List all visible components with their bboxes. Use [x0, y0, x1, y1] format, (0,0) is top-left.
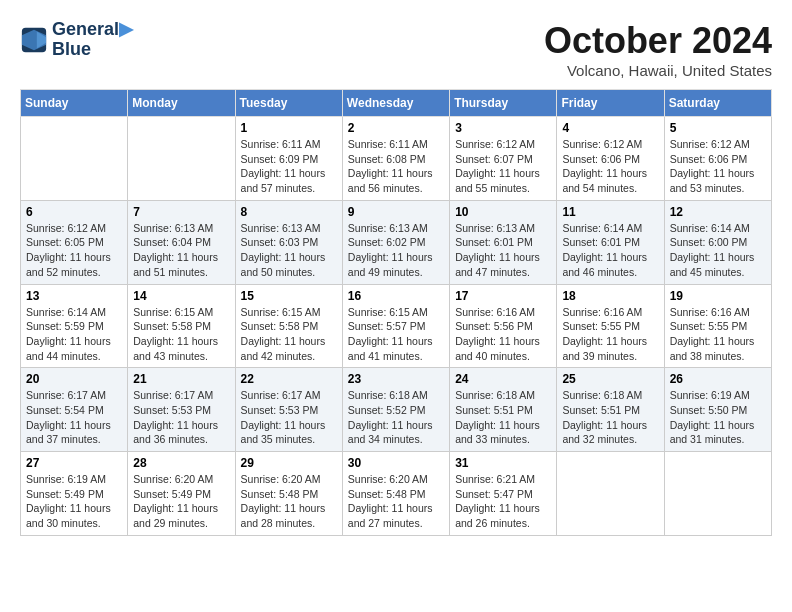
- day-number: 11: [562, 205, 658, 219]
- logo: General▶ Blue: [20, 20, 133, 60]
- day-info: Sunrise: 6:11 AMSunset: 6:08 PMDaylight:…: [348, 137, 444, 196]
- calendar-cell: 1Sunrise: 6:11 AMSunset: 6:09 PMDaylight…: [235, 117, 342, 201]
- day-number: 9: [348, 205, 444, 219]
- day-number: 24: [455, 372, 551, 386]
- day-info: Sunrise: 6:21 AMSunset: 5:47 PMDaylight:…: [455, 472, 551, 531]
- day-number: 18: [562, 289, 658, 303]
- day-info: Sunrise: 6:12 AMSunset: 6:06 PMDaylight:…: [562, 137, 658, 196]
- day-info: Sunrise: 6:17 AMSunset: 5:53 PMDaylight:…: [133, 388, 229, 447]
- day-info: Sunrise: 6:12 AMSunset: 6:06 PMDaylight:…: [670, 137, 766, 196]
- calendar-cell: 23Sunrise: 6:18 AMSunset: 5:52 PMDayligh…: [342, 368, 449, 452]
- day-info: Sunrise: 6:17 AMSunset: 5:53 PMDaylight:…: [241, 388, 337, 447]
- title-block: October 2024 Volcano, Hawaii, United Sta…: [544, 20, 772, 79]
- calendar-cell: [557, 452, 664, 536]
- day-info: Sunrise: 6:19 AMSunset: 5:50 PMDaylight:…: [670, 388, 766, 447]
- calendar-cell: [128, 117, 235, 201]
- page-header: General▶ Blue October 2024 Volcano, Hawa…: [20, 20, 772, 79]
- calendar-header-row: SundayMondayTuesdayWednesdayThursdayFrid…: [21, 90, 772, 117]
- day-info: Sunrise: 6:15 AMSunset: 5:57 PMDaylight:…: [348, 305, 444, 364]
- calendar-cell: 14Sunrise: 6:15 AMSunset: 5:58 PMDayligh…: [128, 284, 235, 368]
- calendar-week-row: 20Sunrise: 6:17 AMSunset: 5:54 PMDayligh…: [21, 368, 772, 452]
- location: Volcano, Hawaii, United States: [544, 62, 772, 79]
- day-number: 22: [241, 372, 337, 386]
- day-number: 7: [133, 205, 229, 219]
- weekday-header: Sunday: [21, 90, 128, 117]
- day-number: 8: [241, 205, 337, 219]
- day-info: Sunrise: 6:18 AMSunset: 5:51 PMDaylight:…: [562, 388, 658, 447]
- calendar-cell: [21, 117, 128, 201]
- weekday-header: Monday: [128, 90, 235, 117]
- day-info: Sunrise: 6:12 AMSunset: 6:05 PMDaylight:…: [26, 221, 122, 280]
- calendar-cell: 15Sunrise: 6:15 AMSunset: 5:58 PMDayligh…: [235, 284, 342, 368]
- weekday-header: Friday: [557, 90, 664, 117]
- calendar-week-row: 6Sunrise: 6:12 AMSunset: 6:05 PMDaylight…: [21, 200, 772, 284]
- day-info: Sunrise: 6:16 AMSunset: 5:56 PMDaylight:…: [455, 305, 551, 364]
- day-info: Sunrise: 6:13 AMSunset: 6:03 PMDaylight:…: [241, 221, 337, 280]
- calendar-cell: 31Sunrise: 6:21 AMSunset: 5:47 PMDayligh…: [450, 452, 557, 536]
- day-info: Sunrise: 6:16 AMSunset: 5:55 PMDaylight:…: [670, 305, 766, 364]
- calendar-week-row: 27Sunrise: 6:19 AMSunset: 5:49 PMDayligh…: [21, 452, 772, 536]
- calendar-week-row: 13Sunrise: 6:14 AMSunset: 5:59 PMDayligh…: [21, 284, 772, 368]
- calendar-cell: 28Sunrise: 6:20 AMSunset: 5:49 PMDayligh…: [128, 452, 235, 536]
- calendar-table: SundayMondayTuesdayWednesdayThursdayFrid…: [20, 89, 772, 536]
- day-info: Sunrise: 6:19 AMSunset: 5:49 PMDaylight:…: [26, 472, 122, 531]
- day-number: 17: [455, 289, 551, 303]
- weekday-header: Thursday: [450, 90, 557, 117]
- calendar-cell: 12Sunrise: 6:14 AMSunset: 6:00 PMDayligh…: [664, 200, 771, 284]
- day-number: 1: [241, 121, 337, 135]
- day-number: 6: [26, 205, 122, 219]
- day-number: 29: [241, 456, 337, 470]
- weekday-header: Tuesday: [235, 90, 342, 117]
- calendar-cell: 2Sunrise: 6:11 AMSunset: 6:08 PMDaylight…: [342, 117, 449, 201]
- day-number: 15: [241, 289, 337, 303]
- day-info: Sunrise: 6:17 AMSunset: 5:54 PMDaylight:…: [26, 388, 122, 447]
- calendar-cell: 7Sunrise: 6:13 AMSunset: 6:04 PMDaylight…: [128, 200, 235, 284]
- calendar-cell: 21Sunrise: 6:17 AMSunset: 5:53 PMDayligh…: [128, 368, 235, 452]
- calendar-cell: 25Sunrise: 6:18 AMSunset: 5:51 PMDayligh…: [557, 368, 664, 452]
- logo-text: General▶ Blue: [52, 20, 133, 60]
- calendar-cell: 24Sunrise: 6:18 AMSunset: 5:51 PMDayligh…: [450, 368, 557, 452]
- day-number: 13: [26, 289, 122, 303]
- calendar-cell: 6Sunrise: 6:12 AMSunset: 6:05 PMDaylight…: [21, 200, 128, 284]
- weekday-header: Wednesday: [342, 90, 449, 117]
- calendar-cell: 19Sunrise: 6:16 AMSunset: 5:55 PMDayligh…: [664, 284, 771, 368]
- day-number: 3: [455, 121, 551, 135]
- day-number: 10: [455, 205, 551, 219]
- calendar-cell: [664, 452, 771, 536]
- calendar-cell: 16Sunrise: 6:15 AMSunset: 5:57 PMDayligh…: [342, 284, 449, 368]
- day-number: 5: [670, 121, 766, 135]
- day-info: Sunrise: 6:20 AMSunset: 5:48 PMDaylight:…: [348, 472, 444, 531]
- day-number: 14: [133, 289, 229, 303]
- logo-icon: [20, 26, 48, 54]
- calendar-cell: 18Sunrise: 6:16 AMSunset: 5:55 PMDayligh…: [557, 284, 664, 368]
- calendar-cell: 11Sunrise: 6:14 AMSunset: 6:01 PMDayligh…: [557, 200, 664, 284]
- day-info: Sunrise: 6:14 AMSunset: 6:00 PMDaylight:…: [670, 221, 766, 280]
- day-number: 23: [348, 372, 444, 386]
- day-number: 26: [670, 372, 766, 386]
- day-number: 27: [26, 456, 122, 470]
- day-info: Sunrise: 6:13 AMSunset: 6:02 PMDaylight:…: [348, 221, 444, 280]
- calendar-cell: 17Sunrise: 6:16 AMSunset: 5:56 PMDayligh…: [450, 284, 557, 368]
- day-info: Sunrise: 6:15 AMSunset: 5:58 PMDaylight:…: [133, 305, 229, 364]
- day-info: Sunrise: 6:15 AMSunset: 5:58 PMDaylight:…: [241, 305, 337, 364]
- calendar-cell: 22Sunrise: 6:17 AMSunset: 5:53 PMDayligh…: [235, 368, 342, 452]
- day-number: 31: [455, 456, 551, 470]
- day-info: Sunrise: 6:18 AMSunset: 5:52 PMDaylight:…: [348, 388, 444, 447]
- calendar-cell: 27Sunrise: 6:19 AMSunset: 5:49 PMDayligh…: [21, 452, 128, 536]
- day-number: 25: [562, 372, 658, 386]
- calendar-cell: 9Sunrise: 6:13 AMSunset: 6:02 PMDaylight…: [342, 200, 449, 284]
- calendar-cell: 30Sunrise: 6:20 AMSunset: 5:48 PMDayligh…: [342, 452, 449, 536]
- day-info: Sunrise: 6:13 AMSunset: 6:01 PMDaylight:…: [455, 221, 551, 280]
- day-number: 21: [133, 372, 229, 386]
- day-info: Sunrise: 6:11 AMSunset: 6:09 PMDaylight:…: [241, 137, 337, 196]
- day-info: Sunrise: 6:14 AMSunset: 5:59 PMDaylight:…: [26, 305, 122, 364]
- day-info: Sunrise: 6:16 AMSunset: 5:55 PMDaylight:…: [562, 305, 658, 364]
- day-info: Sunrise: 6:20 AMSunset: 5:49 PMDaylight:…: [133, 472, 229, 531]
- day-number: 19: [670, 289, 766, 303]
- day-number: 4: [562, 121, 658, 135]
- day-info: Sunrise: 6:20 AMSunset: 5:48 PMDaylight:…: [241, 472, 337, 531]
- day-number: 30: [348, 456, 444, 470]
- calendar-cell: 20Sunrise: 6:17 AMSunset: 5:54 PMDayligh…: [21, 368, 128, 452]
- day-info: Sunrise: 6:13 AMSunset: 6:04 PMDaylight:…: [133, 221, 229, 280]
- day-info: Sunrise: 6:14 AMSunset: 6:01 PMDaylight:…: [562, 221, 658, 280]
